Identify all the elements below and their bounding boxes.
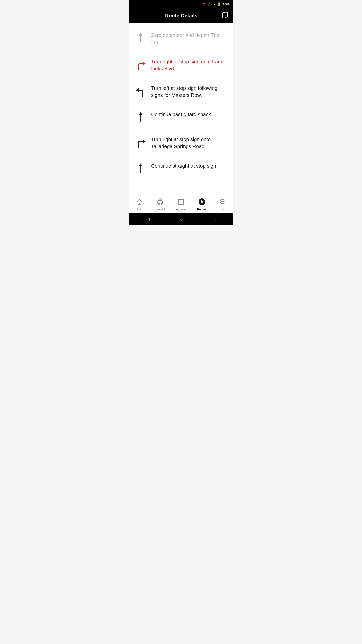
step-4-text: Continue past guard shack. [151,111,228,118]
step-5-icon [134,136,147,149]
page-title: Route Details [165,13,197,19]
android-recents-button[interactable]: □ [213,217,216,222]
route-step-6: Continue straight at stop sign [129,156,233,181]
map-button[interactable] [221,11,229,20]
android-nav-bar: ◁ ○ □ [129,213,233,225]
step-2-icon [134,58,147,72]
nav-home[interactable]: Home [129,198,150,211]
android-home-button[interactable]: ○ [180,217,183,222]
step-6-icon [134,162,147,175]
svg-marker-9 [135,88,139,92]
bottom-nav: Home Product Agenda [129,195,233,213]
step-4-icon [134,111,147,124]
step-3-icon [134,85,147,98]
svg-marker-6 [143,62,146,66]
svg-marker-3 [139,33,142,36]
nav-routes-label: Routes [197,208,206,211]
route-step-1: Zero odometer and depart The Inn. [129,26,233,52]
status-bar: 📍 📳 ▲ 🔋 3:28 [129,0,233,8]
step-6-text: Continue straight at stop sign [151,162,228,169]
battery-icon: 🔋 [217,2,221,6]
nav-product-label: Product [155,208,165,211]
svg-marker-16 [139,163,142,166]
nav-home-label: Home [136,208,143,211]
svg-point-32 [222,201,223,202]
app-header: ← Route Details [129,8,233,23]
location-icon: 📍 [202,2,206,6]
home-icon [136,198,143,207]
signal-icon: ▲ [213,2,216,6]
step-5-text: Turn right at stop sign onto Talladega S… [151,136,228,150]
nav-product[interactable]: Product [150,198,171,211]
route-step-5: Turn right at stop sign onto Talladega S… [129,130,233,156]
status-icons: 📍 📳 ▲ 🔋 3:28 [202,2,229,6]
nav-chat[interactable]: Chat [212,198,233,211]
chat-icon [219,198,226,207]
svg-rect-18 [139,203,140,204]
route-step-4: Continue past guard shack. [129,105,233,130]
step-1-icon [134,32,147,44]
agenda-icon [178,198,184,207]
svg-marker-14 [143,139,146,143]
step-1-text: Zero odometer and depart The Inn. [151,32,228,46]
android-back-button[interactable]: ◁ [146,217,150,222]
route-step-2: Turn right at stop sign onto Farm Links … [129,52,233,78]
nav-chat-label: Chat [220,208,225,211]
product-icon [157,198,163,207]
routes-icon [198,198,205,207]
step-3-text: Turn left at stop sign following signs f… [151,85,228,99]
back-button[interactable]: ← [133,11,141,20]
svg-point-33 [223,201,224,202]
svg-marker-11 [139,112,142,115]
time-display: 3:28 [222,2,229,6]
step-2-text: Turn right at stop sign onto Farm Links … [151,58,228,72]
route-steps-list: Zero odometer and depart The Inn. Turn r… [129,23,233,195]
route-step-3: Turn left at stop sign following signs f… [129,78,233,105]
nav-routes[interactable]: Routes [191,198,212,211]
nav-agenda[interactable]: Agenda [171,198,192,211]
vibrate-icon: 📳 [207,2,211,6]
nav-agenda-label: Agenda [176,208,186,211]
svg-point-31 [221,201,222,202]
